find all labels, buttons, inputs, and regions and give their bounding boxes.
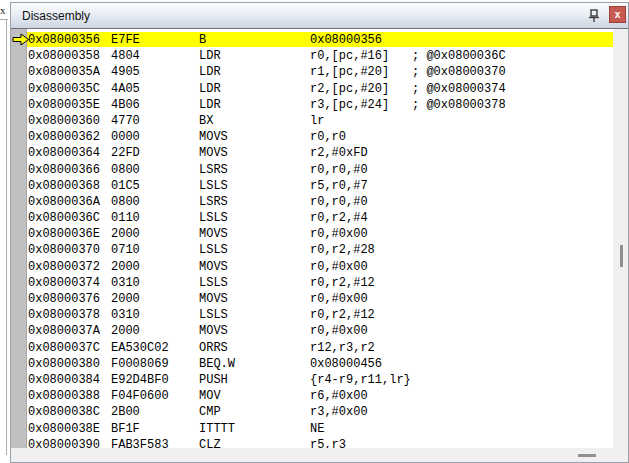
opcode-cell: 22FD (111, 146, 140, 160)
address-cell: 0x08000366 (28, 163, 100, 177)
address-cell: 0x08000360 (28, 114, 100, 128)
address-cell: 0x0800035A (28, 65, 100, 79)
disasm-row[interactable]: 0x08000362 0000 MOVS r0,r0 (11, 129, 613, 145)
mnemonic-cell: LSRS (199, 163, 228, 177)
address-cell: 0x0800035C (28, 82, 100, 96)
mnemonic-cell: LSLS (199, 308, 228, 322)
close-icon[interactable]: x (609, 6, 626, 23)
address-cell: 0x0800036E (28, 227, 100, 241)
mnemonic-cell: MOVS (199, 260, 228, 274)
opcode-cell: F0008069 (111, 357, 169, 371)
disasm-row[interactable]: 0x08000370 0710 LSLS r0,r2,#28 (11, 242, 613, 258)
disasm-row[interactable]: 0x08000390 FAB3F583 CLZ r5,r3 (11, 437, 613, 448)
current-instruction-arrow-icon (12, 33, 30, 46)
disasm-row[interactable]: 0x0800036E 2000 MOVS r0,#0x00 (11, 226, 613, 242)
vertical-scrollbar-thumb[interactable] (620, 245, 623, 267)
mnemonic-cell: LSLS (199, 243, 228, 257)
operands-cell: r3,[pc,#24] (310, 98, 389, 112)
mnemonic-cell: BX (199, 114, 213, 128)
disasm-row[interactable]: 0x0800036C 0110 LSLS r0,r2,#4 (11, 210, 613, 226)
address-cell: 0x08000362 (28, 130, 100, 144)
disasm-row[interactable]: 0x08000358 4804 LDR r0,[pc,#16] ; @0x080… (11, 48, 613, 64)
disasm-row[interactable]: 0x08000388 F04F0600 MOV r6,#0x00 (11, 388, 613, 404)
opcode-cell: 0710 (111, 243, 140, 257)
address-cell: 0x08000388 (28, 389, 100, 403)
comment-cell: ; @0x08000374 (412, 82, 506, 96)
operands-cell: r0,[pc,#16] (310, 49, 389, 63)
mnemonic-cell: LSLS (199, 179, 228, 193)
mnemonic-cell: CMP (199, 405, 221, 419)
disasm-row[interactable]: 0x0800037C EA530C02 ORRS r12,r3,r2 (11, 340, 613, 356)
address-cell: 0x08000364 (28, 146, 100, 160)
operands-cell: r0,#0x00 (310, 227, 368, 241)
mnemonic-cell: PUSH (199, 373, 228, 387)
address-cell: 0x08000358 (28, 49, 100, 63)
operands-cell: r12,r3,r2 (310, 341, 375, 355)
address-cell: 0x0800036C (28, 211, 100, 225)
disasm-row[interactable]: 0x08000364 22FD MOVS r2,#0xFD (11, 145, 613, 161)
horizontal-scrollbar[interactable] (11, 448, 628, 462)
disasm-row[interactable]: 0x0800037A 2000 MOVS r0,#0x00 (11, 323, 613, 339)
disasm-row[interactable]: 0x0800038E BF1F ITTTT NE (11, 421, 613, 437)
disassembly-panel: Disassembly x 0x08000356 E7FE B 0x080003… (10, 2, 629, 463)
opcode-cell: BF1F (111, 422, 140, 436)
mnemonic-cell: MOVS (199, 130, 228, 144)
operands-cell: r0,#0x00 (310, 324, 368, 338)
operands-cell: r3,#0x00 (310, 405, 368, 419)
address-cell: 0x0800037A (28, 324, 100, 338)
disasm-row[interactable]: 0x08000376 2000 MOVS r0,#0x00 (11, 291, 613, 307)
disasm-row[interactable]: 0x08000384 E92D4BF0 PUSH {r4-r9,r11,lr} (11, 372, 613, 388)
mnemonic-cell: MOV (199, 389, 221, 403)
opcode-cell: FAB3F583 (111, 438, 169, 448)
operands-cell: 0x08000456 (310, 357, 382, 371)
mnemonic-cell: CLZ (199, 438, 221, 448)
disasm-row[interactable]: 0x08000360 4770 BX lr (11, 113, 613, 129)
disasm-row[interactable]: 0x08000372 2000 MOVS r0,#0x00 (11, 259, 613, 275)
operands-cell: r6,#0x00 (310, 389, 368, 403)
disasm-row[interactable]: 0x08000368 01C5 LSLS r5,r0,#7 (11, 178, 613, 194)
opcode-cell: 0110 (111, 211, 140, 225)
opcode-cell: 0800 (111, 195, 140, 209)
disasm-row[interactable]: 0x08000380 F0008069 BEQ.W 0x08000456 (11, 356, 613, 372)
disasm-row[interactable]: 0x0800038C 2B00 CMP r3,#0x00 (11, 404, 613, 420)
address-cell: 0x0800035E (28, 98, 100, 112)
disasm-row[interactable]: 0x08000356 E7FE B 0x08000356 (11, 32, 613, 48)
address-cell: 0x08000378 (28, 308, 100, 322)
disasm-row[interactable]: 0x0800035C 4A05 LDR r2,[pc,#20] ; @0x080… (11, 81, 613, 97)
vertical-scrollbar[interactable] (613, 29, 628, 448)
pin-icon[interactable] (586, 7, 602, 24)
opcode-cell: F04F0600 (111, 389, 169, 403)
disasm-row[interactable]: 0x0800035E 4B06 LDR r3,[pc,#24] ; @0x080… (11, 97, 613, 113)
address-cell: 0x08000356 (28, 33, 100, 47)
disasm-row[interactable]: 0x08000374 0310 LSLS r0,r2,#12 (11, 275, 613, 291)
mnemonic-cell: MOVS (199, 146, 228, 160)
screenshot-stage: x Disassembly x 0x08000356 E7FE (0, 0, 629, 463)
operands-cell: {r4-r9,r11,lr} (310, 373, 411, 387)
disasm-row[interactable]: 0x0800035A 4905 LDR r1,[pc,#20] ; @0x080… (11, 64, 613, 80)
address-cell: 0x0800038C (28, 405, 100, 419)
panel-title: Disassembly (22, 9, 90, 23)
operands-cell: r2,#0xFD (310, 146, 368, 160)
opcode-cell: 4905 (111, 65, 140, 79)
disasm-row[interactable]: 0x0800036A 0800 LSRS r0,r0,#0 (11, 194, 613, 210)
operands-cell: lr (310, 114, 324, 128)
disasm-row[interactable]: 0x08000366 0800 LSRS r0,r0,#0 (11, 162, 613, 178)
address-cell: 0x0800038E (28, 422, 100, 436)
operands-cell: r0,r2,#4 (310, 211, 368, 225)
adjacent-panel-edge: x (0, 0, 10, 463)
mnemonic-cell: LSLS (199, 211, 228, 225)
disasm-row[interactable]: 0x08000378 0310 LSLS r0,r2,#12 (11, 307, 613, 323)
opcode-cell: 0310 (111, 276, 140, 290)
operands-cell: r0,r2,#28 (310, 243, 375, 257)
adjacent-panel-close-icon[interactable]: x (0, 4, 9, 17)
opcode-cell: 0000 (111, 130, 140, 144)
address-cell: 0x08000368 (28, 179, 100, 193)
comment-cell: ; @0x08000378 (412, 98, 506, 112)
horizontal-scrollbar-thumb[interactable] (578, 454, 596, 457)
address-cell: 0x08000384 (28, 373, 100, 387)
opcode-cell: 2000 (111, 260, 140, 274)
address-cell: 0x08000372 (28, 260, 100, 274)
disassembly-titlebar[interactable]: Disassembly x (11, 3, 628, 29)
opcode-cell: 01C5 (111, 179, 140, 193)
address-cell: 0x08000380 (28, 357, 100, 371)
